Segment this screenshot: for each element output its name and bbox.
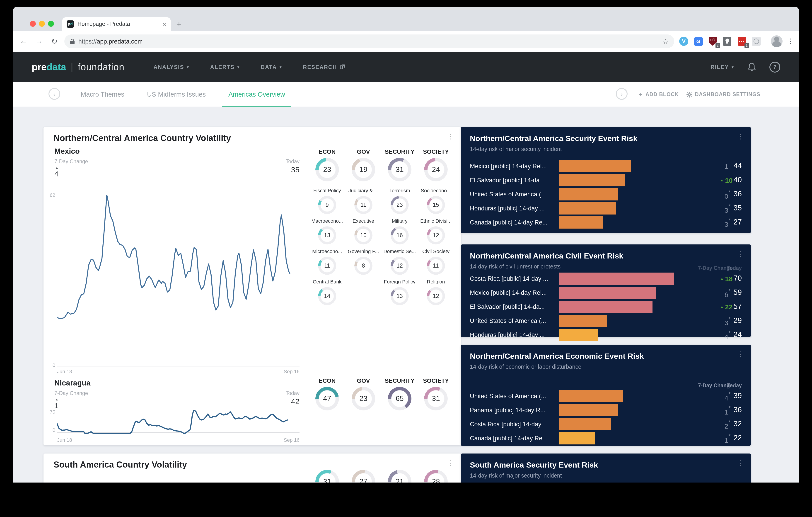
profile-avatar[interactable]: [771, 35, 783, 47]
today-value: 40: [726, 175, 742, 184]
extension-vimium-icon[interactable]: V: [679, 36, 689, 46]
subgauge-foreign-policy: Foreign Policy13: [381, 279, 418, 305]
nav-item-alerts[interactable]: ALERTS▾: [210, 64, 240, 70]
app-navbar: predata | foundation ANALYSIS▾ALERTS▾DAT…: [13, 52, 799, 82]
x-axis-end: Sep 16: [272, 437, 299, 443]
change-value: 1: [54, 402, 58, 410]
tab-us-midterms-issues[interactable]: US Midterms Issues: [145, 82, 207, 107]
card-menu-icon[interactable]: ⋮: [737, 132, 744, 141]
notifications-bell-icon[interactable]: [748, 62, 756, 72]
gauge-label: GOV: [357, 377, 370, 384]
gauge-gov: GOV19: [345, 148, 381, 182]
gauge-value: 12: [433, 293, 439, 299]
gauge: 27: [345, 467, 381, 483]
tabs-scroll-right-icon[interactable]: ›: [616, 88, 628, 100]
risk-bar: [559, 160, 631, 172]
browser-tab-strip: pd Homepage - Predata × +: [13, 7, 799, 31]
extension-translate-icon[interactable]: G: [693, 36, 703, 46]
extension-ublock-icon[interactable]: uO2: [708, 36, 718, 46]
predata-logo[interactable]: predata | foundation: [32, 61, 124, 73]
card-menu-icon[interactable]: ⋮: [447, 459, 454, 467]
nav-item-label: RESEARCH: [303, 64, 337, 70]
card-menu-icon[interactable]: ⋮: [737, 350, 744, 358]
x-axis-start: Jun 18: [57, 437, 72, 443]
today-value: 59: [726, 288, 742, 297]
gauge-label: SECURITY: [385, 377, 414, 384]
nav-item-analysis[interactable]: ANALYSIS▾: [153, 64, 189, 70]
subgauge-label: Ethnic Divisi...: [420, 218, 452, 224]
gauge-value: 12: [397, 263, 403, 269]
risk-row: Costa Rica [public] 14-day ...▲1870: [461, 273, 751, 285]
change-up-icon: ▲: [55, 166, 58, 169]
country-name: Mexico: [54, 147, 80, 156]
risk-row: Panama [public] 14-day R...▼136: [461, 404, 751, 416]
tabs-scroll-left-icon[interactable]: ‹: [49, 88, 60, 100]
gauge-ring: 8: [354, 257, 373, 275]
gauge-label: SOCIETY: [423, 377, 449, 384]
extension-react-devtools-icon[interactable]: [751, 36, 761, 46]
today-value: 36: [726, 190, 742, 198]
forward-icon[interactable]: →: [33, 37, 45, 46]
extension-lastpass-icon[interactable]: ···1: [737, 36, 747, 46]
minimize-window-button[interactable]: [39, 21, 45, 27]
extension-keep-icon[interactable]: [722, 36, 732, 46]
chrome-menu-icon[interactable]: ⋮: [787, 37, 794, 45]
help-icon[interactable]: ?: [770, 61, 780, 72]
gauge-ring: 27: [352, 470, 375, 483]
risk-row-label: Mexico [public] 14-day Rel...: [470, 163, 547, 170]
subgauge-microecono-: Microecono...11: [309, 248, 345, 275]
gauge-ring: 31: [424, 387, 448, 410]
gauge-ring: 11: [427, 257, 445, 275]
user-menu[interactable]: RILEY▾: [710, 64, 734, 70]
card-sa-security-event-risk: South America Security Event Risk ⋮ 14-d…: [461, 454, 751, 483]
subgauge-grid: Fiscal Policy9Judiciary & ...11Terrorism…: [309, 188, 459, 305]
x-axis-end: Sep 16: [272, 369, 299, 374]
gauge-label: GOV: [357, 148, 370, 155]
reload-icon[interactable]: ↻: [49, 36, 60, 46]
gauge-value: 65: [396, 394, 404, 403]
card-menu-icon[interactable]: ⋮: [737, 459, 744, 467]
card-subtitle: 14-day risk of major security incident: [470, 472, 562, 479]
subgauge-religion: Religion12: [418, 279, 454, 305]
risk-bar: [559, 404, 618, 416]
browser-window: pd Homepage - Predata × + ← → ↻ https://…: [13, 7, 799, 483]
gauge-label: ECON: [319, 148, 336, 155]
close-window-button[interactable]: [30, 21, 36, 27]
maximize-window-button[interactable]: [48, 21, 54, 27]
risk-row-label: Costa Rica [public] 14-day ...: [470, 421, 548, 428]
volatility-line: [57, 410, 288, 434]
tab-close-icon[interactable]: ×: [163, 21, 166, 27]
change-value: 4: [54, 170, 58, 178]
bookmark-star-icon[interactable]: ☆: [662, 37, 669, 46]
risk-row: Honduras [public] 14-day ...▼424: [461, 329, 751, 341]
subgauge-terrorism: Terrorism23: [381, 188, 418, 214]
address-bar[interactable]: https://app.predata.com ☆: [64, 34, 674, 48]
nav-item-data[interactable]: DATA▾: [261, 64, 282, 70]
tab-macro-themes[interactable]: Macro Themes: [79, 82, 126, 107]
card-menu-icon[interactable]: ⋮: [447, 132, 454, 141]
gauge-ring: 15: [427, 196, 445, 214]
y-axis-max: 62: [47, 192, 55, 198]
add-block-button[interactable]: +ADD BLOCK: [639, 82, 679, 107]
gauge-value: 13: [324, 232, 330, 239]
risk-row-label: United States of America (...: [470, 191, 546, 198]
gauge-value: 23: [323, 166, 331, 174]
back-icon[interactable]: ←: [18, 37, 29, 46]
dashboard-tab-row: ‹ Macro ThemesUS Midterms IssuesAmericas…: [13, 82, 799, 107]
card-menu-icon[interactable]: ⋮: [737, 250, 744, 258]
gauge-ring: 19: [352, 158, 375, 182]
nav-item-research[interactable]: RESEARCH: [303, 64, 345, 70]
risk-row: United States of America (...▲036: [461, 188, 751, 200]
country-name: Nicaragua: [54, 379, 91, 387]
change-label: 7-Day Change: [54, 159, 88, 164]
risk-row: Honduras [public] 14-day ...▼335: [461, 202, 751, 215]
tab-americas-overview[interactable]: Americas Overview: [227, 82, 287, 107]
gauge-ring: 21: [388, 470, 411, 483]
risk-row-label: El Salvador [public] 14-da...: [470, 303, 545, 310]
browser-tab[interactable]: pd Homepage - Predata ×: [62, 17, 171, 31]
today-value: 32: [726, 419, 742, 428]
dashboard-settings-button[interactable]: DASHBOARD SETTINGS: [686, 82, 760, 107]
gauge-value: 8: [362, 263, 365, 269]
new-tab-button[interactable]: +: [177, 20, 181, 28]
risk-row: El Salvador [public] 14-da...▲2257: [461, 301, 751, 313]
